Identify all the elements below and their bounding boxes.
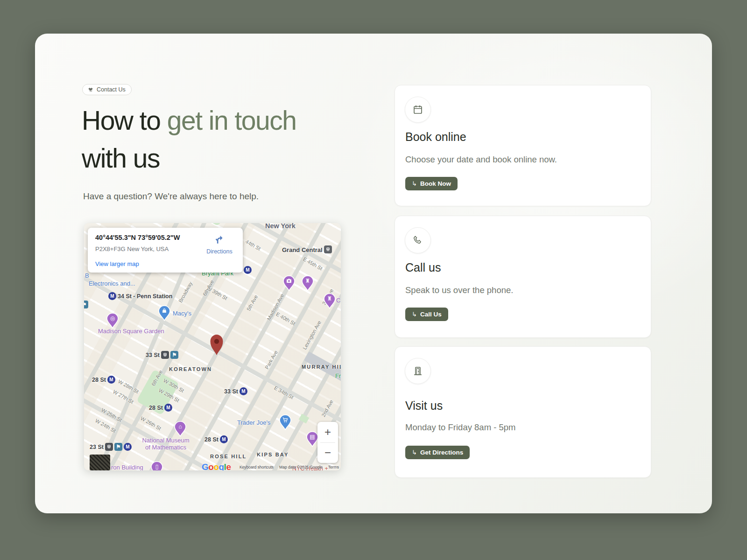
- card-call-us: Call us Speak to us over the phone. ↳Cal…: [395, 216, 651, 338]
- book-now-button[interactable]: ↳Book Now: [405, 177, 458, 190]
- bryant-park-area: [191, 223, 230, 226]
- terms-link[interactable]: Terms: [328, 465, 339, 469]
- calendar-icon-circle: [405, 97, 431, 123]
- card-description: Monday to Friday 8am - 5pm: [405, 422, 515, 433]
- poi-label[interactable]: Macy's: [173, 310, 191, 317]
- subway-badge-icon[interactable]: M: [164, 404, 172, 412]
- calendar-icon: [412, 104, 423, 115]
- card-description: Speak to us over the phone.: [405, 285, 513, 295]
- phone-icon: [412, 235, 423, 246]
- flag-badge-icon[interactable]: ⚑: [114, 443, 122, 451]
- transit-station[interactable]: 28 StM: [149, 404, 172, 412]
- transit-station[interactable]: M34 St - Penn Station: [108, 292, 172, 300]
- call-us-button[interactable]: ↳Call Us: [405, 308, 448, 321]
- transit-station-label: 34 St - Penn Station: [118, 293, 172, 300]
- directions-button[interactable]: Directions: [203, 233, 236, 255]
- path-train-badge-icon[interactable]: [161, 351, 169, 359]
- title-part-3: with us: [82, 143, 160, 173]
- transit-station-label: 28 St: [204, 436, 218, 443]
- transit-station[interactable]: 23 St⚑M: [90, 443, 132, 451]
- transit-station[interactable]: 33 StM: [224, 387, 247, 395]
- poi-label[interactable]: Grand Central: [282, 246, 323, 253]
- page-subtitle: Have a question? We're always here to he…: [83, 191, 259, 202]
- get-directions-button[interactable]: ↳Get Directions: [405, 446, 470, 459]
- transit-station[interactable]: [324, 245, 332, 253]
- poi-label[interactable]: Fre: [335, 372, 341, 379]
- subway-badge-icon[interactable]: M: [107, 376, 115, 384]
- contact-us-badge: Contact Us: [82, 84, 132, 95]
- directions-label: Directions: [203, 248, 236, 255]
- view-larger-map-link[interactable]: View larger map: [95, 260, 139, 267]
- neighborhood-label: ROSE HILL: [210, 454, 247, 459]
- camera-poi-pin[interactable]: [283, 275, 295, 291]
- card-visit-us: Visit us Monday to Friday 8am - 5pm ↳Get…: [395, 346, 651, 478]
- transit-station-label: 28 St: [149, 405, 163, 411]
- museum-poi-pin[interactable]: ⌂: [174, 421, 186, 437]
- map-plus-code: P2X8+F3G New York, USA: [95, 245, 169, 252]
- directions-icon: [213, 233, 226, 245]
- zoom-out-button[interactable]: −: [317, 443, 338, 463]
- cart-poi-pin[interactable]: [279, 414, 291, 430]
- poi-label[interactable]: ron Building: [111, 464, 143, 470]
- map-info-card: 40°44'55.3"N 73°59'05.2"W P2X8+F3G New Y…: [88, 228, 243, 273]
- subway-badge-icon[interactable]: M: [108, 292, 116, 300]
- title-part-1: How to: [82, 105, 167, 135]
- rook-poi-pin[interactable]: ♜: [302, 275, 314, 291]
- transit-station[interactable]: M: [244, 266, 252, 274]
- bag-poi-pin[interactable]: [158, 305, 170, 321]
- transit-station-label: 28 St: [92, 377, 106, 383]
- door-icon-circle: [405, 358, 431, 384]
- transit-station[interactable]: 28 StM: [92, 376, 115, 384]
- map-data-label: Map data ©2025 Google: [279, 465, 323, 469]
- subway-badge-icon[interactable]: M: [244, 266, 252, 274]
- poi-label[interactable]: Chr: [336, 297, 341, 304]
- poi-label[interactable]: Electronics and...: [89, 280, 135, 287]
- card-title: Call us: [405, 261, 441, 274]
- flag-badge-icon[interactable]: ⚑: [170, 351, 178, 359]
- arrow-icon: ↳: [412, 311, 417, 318]
- transit-station[interactable]: 33 St⚑: [146, 351, 178, 359]
- location-marker[interactable]: [210, 334, 224, 356]
- poi-label[interactable]: Madison Square Garden: [98, 328, 164, 335]
- door-icon: [412, 365, 423, 377]
- zoom-in-button[interactable]: +: [317, 422, 338, 442]
- transit-station-label: 33 St: [146, 352, 160, 358]
- badge-label: Contact Us: [97, 86, 126, 93]
- train-station-badge-icon[interactable]: [324, 245, 332, 253]
- poi-label[interactable]: B: [85, 272, 89, 279]
- card-description: Choose your date and book online now.: [405, 154, 557, 165]
- neighborhood-label: KIPS BAY: [257, 452, 289, 457]
- map-zoom-controls: + −: [317, 422, 338, 463]
- arrow-icon: ↳: [412, 180, 417, 187]
- content-card: Contact Us How to get in touch with us H…: [35, 34, 712, 513]
- transit-station[interactable]: ⚑: [84, 301, 88, 308]
- phone-icon-circle: [405, 227, 431, 253]
- building-poi-pin[interactable]: ▯: [151, 461, 163, 470]
- keyboard-shortcuts-link[interactable]: Keyboard shortcuts: [240, 465, 274, 469]
- subway-badge-icon[interactable]: M: [220, 435, 228, 443]
- neighborhood-label: KOREATOWN: [169, 366, 212, 372]
- film-poi-pin[interactable]: ▤: [306, 431, 318, 447]
- poi-label[interactable]: National Museum of Mathematics: [135, 437, 196, 451]
- path-train-badge-icon[interactable]: [105, 443, 113, 451]
- handshake-icon: [87, 86, 94, 93]
- neighborhood-label: MURRAY HILL: [302, 364, 341, 370]
- rook-poi-pin[interactable]: ♜: [324, 293, 336, 309]
- map-coordinates: 40°44'55.3"N 73°59'05.2"W: [95, 234, 180, 241]
- poi-label[interactable]: New York: [265, 223, 296, 230]
- poi-label[interactable]: Trader Joe's: [237, 419, 270, 426]
- map-attribution: Keyboard shortcuts Map data ©2025 Google…: [240, 465, 339, 469]
- transit-station[interactable]: 28 StM: [204, 435, 228, 443]
- transit-station-label: 33 St: [224, 388, 238, 395]
- arena-poi-pin[interactable]: ◎: [106, 313, 119, 329]
- google-logo: Google: [202, 462, 231, 470]
- street-view-thumbnail[interactable]: [90, 455, 110, 470]
- card-title: Book online: [405, 130, 466, 144]
- arrow-icon: ↳: [412, 449, 417, 456]
- card-book-online: Book online Choose your date and book on…: [395, 85, 651, 206]
- subway-badge-icon[interactable]: M: [240, 387, 247, 395]
- flag-badge-icon[interactable]: ⚑: [84, 301, 88, 308]
- transit-station-label: 23 St: [90, 444, 104, 450]
- map[interactable]: 40°44'55.3"N 73°59'05.2"W P2X8+F3G New Y…: [84, 223, 341, 470]
- subway-badge-icon[interactable]: M: [124, 443, 132, 451]
